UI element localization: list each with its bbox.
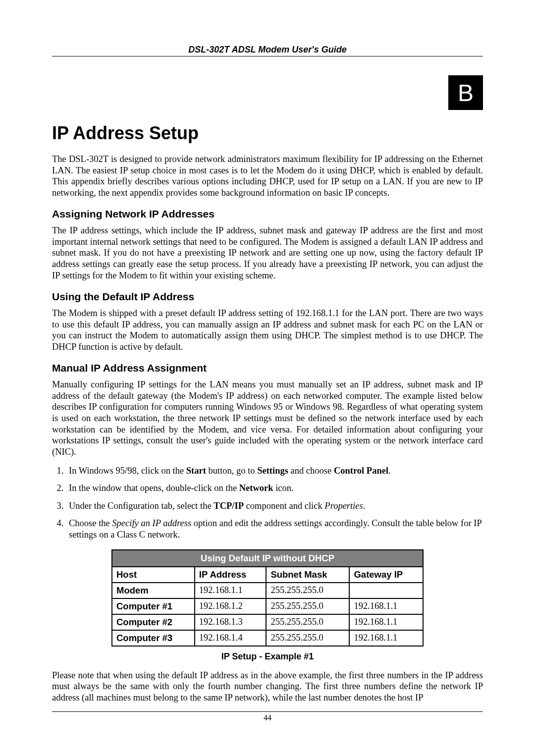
steps-list: In Windows 95/98, click on the Start but… xyxy=(52,465,483,540)
manual-paragraph: Manually configuring IP settings for the… xyxy=(52,379,483,457)
cell-host: Computer #3 xyxy=(112,630,195,646)
page-number: 44 xyxy=(264,713,271,722)
table-column-headers: Host IP Address Subnet Mask Gateway IP xyxy=(112,567,423,583)
cell-gw: 192.168.1.1 xyxy=(349,598,423,614)
col-mask: Subnet Mask xyxy=(266,567,349,583)
step-1-bold-settings: Settings xyxy=(257,466,288,476)
table-caption: IP Setup - Example #1 xyxy=(52,651,483,662)
ip-table-wrap: Using Default IP without DHCP Host IP Ad… xyxy=(52,549,483,647)
col-gw: Gateway IP xyxy=(349,567,423,583)
table-title: Using Default IP without DHCP xyxy=(112,550,423,567)
step-2: In the window that opens, double-click o… xyxy=(66,483,483,494)
step-1-text-a: In Windows 95/98, click on the xyxy=(69,466,186,476)
step-4-text-a: Choose the xyxy=(69,518,112,528)
closing-paragraph: Please note that when using the default … xyxy=(52,670,483,703)
page-title: IP Address Setup xyxy=(52,123,483,144)
step-1-text-g: . xyxy=(388,466,391,476)
table-row: Computer #1 192.168.1.2 255.255.255.0 19… xyxy=(112,598,423,614)
step-3-bold-tcpip: TCP/IP xyxy=(214,501,244,511)
section-heading-assigning: Assigning Network IP Addresses xyxy=(52,208,483,220)
cell-gw xyxy=(349,583,423,598)
cell-ip: 192.168.1.4 xyxy=(195,630,267,646)
step-4: Choose the Specify an IP address option … xyxy=(66,518,483,540)
step-2-bold-network: Network xyxy=(239,483,273,493)
intro-paragraph: The DSL-302T is designed to provide netw… xyxy=(52,154,483,198)
footer-rule: 44 xyxy=(52,711,483,722)
default-paragraph: The Modem is shipped with a preset defau… xyxy=(52,308,483,352)
ip-table: Using Default IP without DHCP Host IP Ad… xyxy=(111,549,424,647)
cell-ip: 192.168.1.2 xyxy=(195,598,267,614)
step-4-italic-specify: Specify an IP address xyxy=(112,518,191,528)
cell-host: Modem xyxy=(112,583,195,598)
step-1-bold-controlpanel: Control Panel xyxy=(334,466,388,476)
cell-ip: 192.168.1.3 xyxy=(195,614,267,630)
doc-title: DSL-302T ADSL Modem User's Guide xyxy=(188,45,346,54)
step-1: In Windows 95/98, click on the Start but… xyxy=(66,465,483,477)
cell-mask: 255.255.255.0 xyxy=(266,598,349,614)
step-3-text-c: component and click xyxy=(244,501,324,511)
table-row: Computer #2 192.168.1.3 255.255.255.0 19… xyxy=(112,614,423,630)
col-ip: IP Address xyxy=(195,567,267,583)
col-host: Host xyxy=(112,567,195,583)
page: DSL-302T ADSL Modem User's Guide B IP Ad… xyxy=(0,0,535,752)
table-title-row: Using Default IP without DHCP xyxy=(112,550,423,567)
cell-gw: 192.168.1.1 xyxy=(349,614,423,630)
step-3-italic-properties: Properties xyxy=(324,501,363,511)
cell-host: Computer #2 xyxy=(112,614,195,630)
appendix-badge-wrap: B xyxy=(52,75,483,110)
assigning-paragraph: The IP address settings, which include t… xyxy=(52,225,483,281)
step-2-text-c: icon. xyxy=(273,483,294,493)
cell-host: Computer #1 xyxy=(112,598,195,614)
step-3: Under the Configuration tab, select the … xyxy=(66,500,483,512)
cell-ip: 192.168.1.1 xyxy=(195,583,267,598)
appendix-badge: B xyxy=(448,75,483,110)
table-row: Computer #3 192.168.1.4 255.255.255.0 19… xyxy=(112,630,423,646)
cell-mask: 255.255.255.0 xyxy=(266,630,349,646)
table-row: Modem 192.168.1.1 255.255.255.0 xyxy=(112,583,423,598)
step-3-text-a: Under the Configuration tab, select the xyxy=(69,501,214,511)
cell-gw: 192.168.1.1 xyxy=(349,630,423,646)
cell-mask: 255.255.255.0 xyxy=(266,583,349,598)
step-2-text-a: In the window that opens, double-click o… xyxy=(69,483,239,493)
step-1-bold-start: Start xyxy=(186,466,206,476)
cell-mask: 255.255.255.0 xyxy=(266,614,349,630)
header-rule: DSL-302T ADSL Modem User's Guide xyxy=(52,45,483,56)
step-1-text-c: button, go to xyxy=(206,466,257,476)
step-1-text-e: and choose xyxy=(288,466,334,476)
section-heading-manual: Manual IP Address Assignment xyxy=(52,362,483,374)
section-heading-default: Using the Default IP Address xyxy=(52,291,483,303)
step-3-text-e: . xyxy=(363,501,366,511)
